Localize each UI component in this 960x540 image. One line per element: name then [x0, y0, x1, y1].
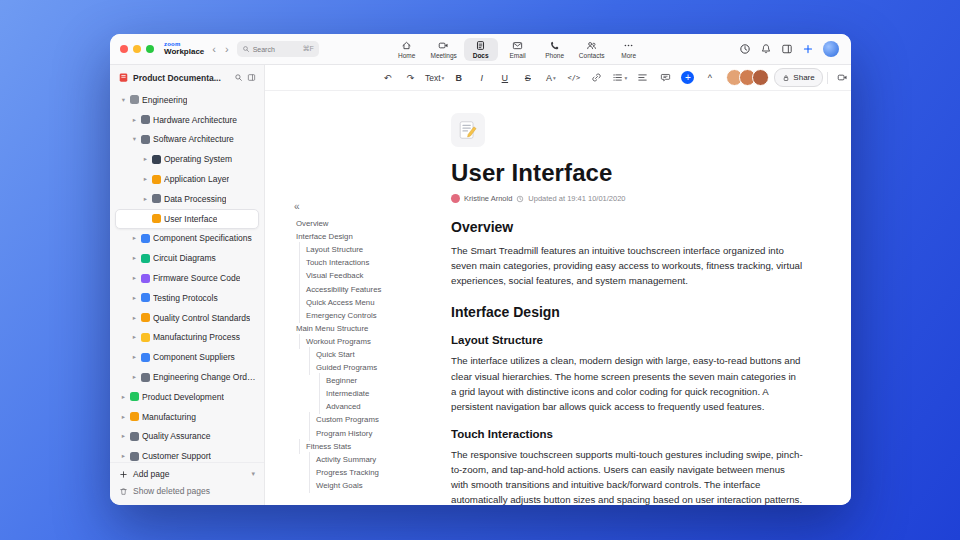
sidebar-page-operating-system[interactable]: ▸Operating System	[115, 149, 259, 169]
chevron-right-icon[interactable]: ▸	[120, 432, 127, 440]
chevron-right-icon[interactable]: ▸	[142, 195, 149, 203]
sidebar-page-quality-control-standards[interactable]: ▸Quality Control Standards	[115, 308, 259, 328]
sidebar-search-icon[interactable]	[234, 73, 243, 82]
outline-item-main-menu-structure[interactable]: Main Menu Structure	[296, 322, 441, 335]
align-button[interactable]	[632, 69, 653, 86]
bulleted-list-button[interactable]: ▾	[609, 69, 630, 86]
workspace-title[interactable]: Product Documenta...	[133, 73, 230, 83]
link-button[interactable]	[586, 69, 607, 86]
chevron-right-icon[interactable]: ▸	[131, 333, 138, 341]
chevron-right-icon[interactable]: ▸	[131, 234, 138, 242]
start-video-icon[interactable]	[832, 69, 851, 86]
comment-button[interactable]	[655, 69, 676, 86]
sidebar-page-testing-protocols[interactable]: ▸Testing Protocols	[115, 288, 259, 308]
global-search-input[interactable]: Search ⌘F	[237, 41, 319, 57]
chevron-right-icon[interactable]: ▸	[142, 175, 149, 183]
outline-item-program-history[interactable]: Program History	[296, 427, 441, 440]
collapse-sidebar-icon[interactable]	[247, 73, 256, 82]
nav-tab-email[interactable]: Email	[501, 38, 535, 61]
nav-tab-home[interactable]: Home	[390, 38, 424, 61]
outline-item-intermediate[interactable]: Intermediate	[296, 387, 441, 400]
chevron-right-icon[interactable]: ▸	[131, 294, 138, 302]
user-avatar[interactable]	[823, 41, 839, 57]
strikethrough-button[interactable]: S	[517, 69, 538, 86]
redo-button[interactable]: ↷	[400, 69, 421, 86]
chevron-right-icon[interactable]: ▸	[131, 353, 138, 361]
share-button[interactable]: Share	[774, 68, 822, 87]
notifications-bell-icon[interactable]	[760, 43, 772, 55]
outline-item-accessibility-features[interactable]: Accessibility Features	[296, 282, 441, 295]
sidebar-page-user-interface[interactable]: User Interface	[115, 209, 259, 229]
sidebar-page-manufacturing-process[interactable]: ▸Manufacturing Process	[115, 328, 259, 348]
chevron-right-icon[interactable]: ▸	[131, 274, 138, 282]
sidebar-page-product-development[interactable]: ▸Product Development	[115, 387, 259, 407]
new-item-plus-icon[interactable]	[802, 43, 814, 55]
add-page-button[interactable]: Add page ▾	[119, 469, 255, 479]
forward-button[interactable]: ›	[224, 44, 230, 55]
back-button[interactable]: ‹	[211, 44, 217, 55]
outline-item-quick-start[interactable]: Quick Start	[296, 348, 441, 361]
outline-item-visual-feedback[interactable]: Visual Feedback	[296, 269, 441, 282]
sidebar-page-manufacturing[interactable]: ▸Manufacturing	[115, 407, 259, 427]
insert-button[interactable]: +	[681, 71, 694, 84]
sidebar-page-engineering-change-orders[interactable]: ▸Engineering Change Orders	[115, 367, 259, 387]
outline-item-workout-programs[interactable]: Workout Programs	[296, 335, 441, 348]
chevron-right-icon[interactable]: ▸	[131, 373, 138, 381]
underline-button[interactable]: U	[494, 69, 515, 86]
outline-item-overview[interactable]: Overview	[296, 217, 441, 230]
outline-item-quick-access-menu[interactable]: Quick Access Menu	[296, 296, 441, 309]
sidebar-page-hardware-architecture[interactable]: ▸Hardware Architecture	[115, 110, 259, 130]
outline-item-progress-tracking[interactable]: Progress Tracking	[296, 466, 441, 479]
chevron-down-icon[interactable]: ▾	[131, 135, 138, 143]
outline-item-advanced[interactable]: Advanced	[296, 400, 441, 413]
inline-code-button[interactable]: </>	[563, 69, 584, 86]
nav-tab-more[interactable]: More	[612, 38, 646, 61]
nav-tab-meetings[interactable]: Meetings	[427, 38, 461, 61]
chevron-right-icon[interactable]: ▸	[142, 155, 149, 163]
outline-item-interface-design[interactable]: Interface Design	[296, 230, 441, 243]
chevron-down-icon[interactable]: ▾	[251, 470, 255, 478]
chevron-right-icon[interactable]: ▸	[120, 452, 127, 460]
sidebar-page-quality-assurance[interactable]: ▸Quality Assurance	[115, 427, 259, 447]
show-deleted-pages-button[interactable]: Show deleted pages	[119, 486, 255, 496]
outline-item-fitness-stats[interactable]: Fitness Stats	[296, 440, 441, 453]
outline-item-touch-interactions[interactable]: Touch Interactions	[296, 256, 441, 269]
sidebar-page-firmware-source-code[interactable]: ▸Firmware Source Code	[115, 268, 259, 288]
collaborator-avatar[interactable]	[752, 69, 769, 86]
text-style-button[interactable]: Text▾	[423, 69, 446, 86]
outline-item-weight-goals[interactable]: Weight Goals	[296, 479, 441, 492]
chevron-right-icon[interactable]: ▸	[131, 116, 138, 124]
sidebar-page-software-architecture[interactable]: ▾Software Architecture	[115, 130, 259, 150]
nav-tab-contacts[interactable]: Contacts	[575, 38, 609, 61]
chevron-right-icon[interactable]: ▸	[131, 254, 138, 262]
history-icon[interactable]	[739, 43, 751, 55]
collapse-outline-icon[interactable]: «	[294, 201, 441, 212]
doc-emoji-memo-icon[interactable]	[451, 113, 485, 147]
chevron-right-icon[interactable]: ▸	[120, 393, 127, 401]
document-editor[interactable]: User Interface Kristine Arnold Updated a…	[441, 91, 851, 505]
outline-item-beginner[interactable]: Beginner	[296, 374, 441, 387]
minimize-window-button[interactable]	[133, 45, 141, 53]
sidebar-page-component-specifications[interactable]: ▸Component Specifications	[115, 229, 259, 249]
sidebar-page-customer-support[interactable]: ▸Customer Support	[115, 446, 259, 462]
outline-item-custom-programs[interactable]: Custom Programs	[296, 413, 441, 426]
outline-item-activity-summary[interactable]: Activity Summary	[296, 453, 441, 466]
collapse-toolbar-button[interactable]: ^	[699, 69, 720, 86]
bold-button[interactable]: B	[448, 69, 469, 86]
sidebar-page-data-processing[interactable]: ▸Data Processing	[115, 189, 259, 209]
sidebar-page-engineering[interactable]: ▾Engineering	[115, 90, 259, 110]
text-color-button[interactable]: A▾	[540, 69, 561, 86]
chevron-right-icon[interactable]: ▸	[120, 413, 127, 421]
chevron-down-icon[interactable]: ▾	[120, 96, 127, 104]
nav-tab-docs[interactable]: Docs	[464, 38, 498, 61]
sidebar-page-component-suppliers[interactable]: ▸Component Suppliers	[115, 347, 259, 367]
outline-item-layout-structure[interactable]: Layout Structure	[296, 243, 441, 256]
italic-button[interactable]: I	[471, 69, 492, 86]
outline-item-guided-programs[interactable]: Guided Programs	[296, 361, 441, 374]
fullscreen-window-button[interactable]	[146, 45, 154, 53]
side-panel-icon[interactable]	[781, 43, 793, 55]
nav-tab-phone[interactable]: Phone	[538, 38, 572, 61]
undo-button[interactable]: ↶	[377, 69, 398, 86]
sidebar-page-circuit-diagrams[interactable]: ▸Circuit Diagrams	[115, 248, 259, 268]
outline-item-emergency-controls[interactable]: Emergency Controls	[296, 309, 441, 322]
